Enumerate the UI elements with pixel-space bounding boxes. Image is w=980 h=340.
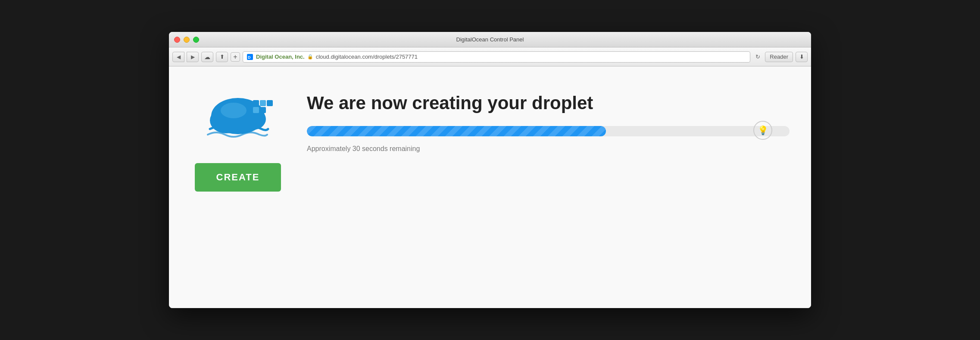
lightbulb-icon: 💡 <box>758 125 768 135</box>
window-title: DigitalOcean Control Panel <box>456 36 524 43</box>
progress-bar-fill <box>307 126 606 136</box>
svg-rect-6 <box>253 100 259 106</box>
svg-rect-8 <box>267 100 273 106</box>
title-bar: DigitalOcean Control Panel <box>169 32 811 47</box>
right-panel-wrapper: We are now creating your droplet Approxi… <box>307 84 790 153</box>
address-url: cloud.digitalocean.com/droplets/2757771 <box>316 54 418 60</box>
refresh-button[interactable]: ↻ <box>753 52 762 62</box>
svg-point-5 <box>221 103 247 118</box>
content-area: CREATE We are now creating your droplet … <box>169 66 811 308</box>
traffic-lights <box>174 37 199 43</box>
toolbar: ◀ ▶ ☁ ⬆ + D Digital Ocean, Inc. 🔒 cloud.… <box>169 47 811 66</box>
home-button[interactable]: ☁ <box>201 52 213 62</box>
create-button[interactable]: CREATE <box>195 163 281 192</box>
svg-rect-11 <box>253 114 259 120</box>
svg-rect-7 <box>260 100 266 106</box>
add-tab-button[interactable]: + <box>231 52 240 62</box>
svg-rect-10 <box>260 107 266 113</box>
download-button[interactable]: ⬇ <box>796 52 808 62</box>
forward-button[interactable]: ▶ <box>187 52 199 62</box>
digitalocean-logo <box>197 88 279 148</box>
address-domain: Digital Ocean, Inc. <box>256 54 305 60</box>
browser-window: DigitalOcean Control Panel ◀ ▶ ☁ ⬆ + D D… <box>169 32 811 308</box>
progress-bar-container <box>307 126 790 136</box>
share-button[interactable]: ⬆ <box>216 52 228 62</box>
fullscreen-button[interactable] <box>193 37 199 43</box>
progress-text: Approximately 30 seconds remaining <box>307 145 790 153</box>
share-icon: ⬆ <box>220 54 225 60</box>
right-panel: We are now creating your droplet Approxi… <box>307 84 790 153</box>
svg-rect-9 <box>253 107 259 113</box>
svg-text:D: D <box>248 55 251 60</box>
minimize-button[interactable] <box>184 37 190 43</box>
close-button[interactable] <box>174 37 180 43</box>
left-panel: CREATE <box>195 84 281 192</box>
favicon-icon: D <box>247 54 253 60</box>
logo-container <box>195 84 281 153</box>
address-bar[interactable]: D Digital Ocean, Inc. 🔒 cloud.digitaloce… <box>243 51 750 63</box>
reader-button[interactable]: Reader <box>765 52 793 62</box>
lock-icon: 🔒 <box>307 54 313 60</box>
back-button[interactable]: ◀ <box>172 52 184 62</box>
main-heading: We are now creating your droplet <box>307 92 790 114</box>
toolbar-right: ↻ Reader ⬇ <box>753 52 808 62</box>
cloud-icon: ☁ <box>204 54 210 60</box>
